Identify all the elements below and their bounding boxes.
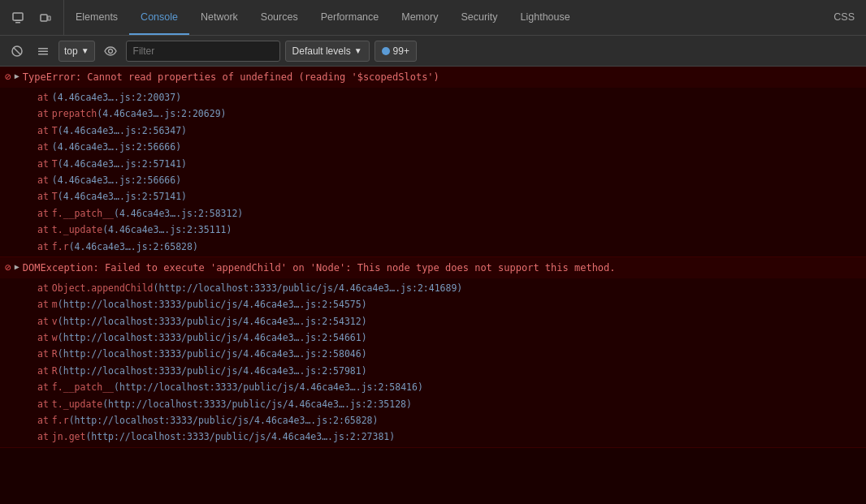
- clear-console-button[interactable]: [6, 41, 28, 62]
- svg-rect-4: [48, 16, 50, 20]
- stack-at: at: [37, 173, 49, 187]
- stack-func: t._update: [52, 397, 102, 411]
- stack-line: at w (http://localhost:3333/public/js/4.…: [0, 330, 866, 346]
- svg-rect-9: [38, 54, 48, 55]
- stack-link[interactable]: (4.46ca4e3….js:2:35111): [102, 222, 232, 237]
- stack-at: at: [37, 297, 49, 312]
- stack-link[interactable]: (4.46ca4e3….js:2:20037): [52, 90, 181, 105]
- svg-rect-3: [41, 15, 47, 21]
- stack-line: at T (4.46ca4e3….js:2:57141): [0, 188, 866, 205]
- svg-rect-0: [13, 13, 23, 20]
- error-message: DOMException: Failed to execute 'appendC…: [23, 261, 616, 275]
- filter-input[interactable]: [126, 41, 280, 62]
- console-toolbar: top ▼ Default levels ▼ 99+: [0, 36, 866, 67]
- svg-point-10: [108, 49, 112, 53]
- stack-link[interactable]: (4.46ca4e3….js:2:56347): [58, 123, 187, 138]
- eye-icon[interactable]: [100, 41, 121, 62]
- stack-link[interactable]: (4.46ca4e3….js:2:58312): [114, 206, 243, 221]
- tab-performance[interactable]: Performance: [310, 0, 391, 35]
- stack-at: at: [37, 90, 49, 105]
- stack-func: T: [52, 157, 58, 171]
- error-header[interactable]: ⊘▶DOMException: Failed to execute 'appen…: [0, 257, 866, 278]
- stack-at: at: [37, 429, 49, 444]
- stack-line: at (4.46ca4e3….js:2:56666): [0, 139, 866, 155]
- stack-at: at: [37, 157, 49, 171]
- tab-css[interactable]: CSS: [822, 0, 866, 35]
- tab-sources[interactable]: Sources: [249, 0, 310, 35]
- tab-lighthouse[interactable]: Lighthouse: [509, 0, 582, 35]
- tab-elements[interactable]: Elements: [64, 0, 129, 35]
- stack-link[interactable]: (http://localhost:3333/public/js/4.46ca4…: [85, 429, 395, 444]
- error-block: ⊘▶DOMException: Failed to execute 'appen…: [0, 257, 866, 448]
- stack-at: at: [37, 140, 49, 154]
- stack-link[interactable]: (http://localhost:3333/public/js/4.46ca4…: [114, 380, 423, 394]
- stack-line: at v (http://localhost:3333/public/js/4.…: [0, 313, 866, 330]
- tab-console[interactable]: Console: [129, 0, 189, 35]
- stack-at: at: [37, 347, 49, 361]
- stack-link[interactable]: (http://localhost:3333/public/js/4.46ca4…: [102, 397, 412, 411]
- stack-line: at t._update (4.46ca4e3….js:2:35111): [0, 222, 866, 238]
- stack-at: at: [37, 239, 49, 254]
- stack-func: w: [52, 330, 58, 345]
- console-output: ⊘▶TypeError: Cannot read properties of u…: [0, 67, 866, 504]
- stack-func: f.r: [52, 239, 69, 254]
- stack-link[interactable]: (http://localhost:3333/public/js/4.46ca4…: [58, 347, 367, 361]
- tab-security[interactable]: Security: [449, 0, 509, 35]
- stack-line: at prepatch (4.46ca4e3….js:2:20629): [0, 106, 866, 122]
- stack-link[interactable]: (4.46ca4e3….js:2:65828): [69, 239, 198, 254]
- error-circle-icon: ⊘: [5, 261, 11, 274]
- stack-line: at m (http://localhost:3333/public/js/4.…: [0, 296, 866, 312]
- stack-link[interactable]: (4.46ca4e3….js:2:56666): [52, 173, 181, 187]
- error-header[interactable]: ⊘▶TypeError: Cannot read properties of u…: [0, 67, 866, 88]
- stack-func: jn.get: [52, 429, 86, 444]
- tab-memory[interactable]: Memory: [390, 0, 449, 35]
- error-circle-icon: ⊘: [5, 71, 11, 83]
- devices-icon[interactable]: [34, 6, 57, 29]
- stack-at: at: [37, 397, 49, 411]
- stack-line: at f.r (4.46ca4e3….js:2:65828): [0, 239, 866, 255]
- stack-line: at f.__patch__ (http://localhost:3333/pu…: [0, 379, 866, 395]
- error-count-badge[interactable]: 99+: [375, 41, 417, 62]
- stack-func: m: [52, 297, 58, 312]
- svg-rect-1: [15, 22, 20, 24]
- stack-at: at: [37, 364, 49, 378]
- tab-network[interactable]: Network: [189, 0, 249, 35]
- chevron-down-icon: ▼: [81, 46, 89, 55]
- svg-rect-2: [15, 20, 21, 21]
- stack-link[interactable]: (http://localhost:3333/public/js/4.46ca4…: [153, 281, 462, 295]
- stack-line: at R (http://localhost:3333/public/js/4.…: [0, 346, 866, 362]
- stack-line: at f.__patch__ (4.46ca4e3….js:2:58312): [0, 205, 866, 222]
- devtools-icon-group: [0, 0, 64, 35]
- context-dropdown[interactable]: top ▼: [58, 41, 95, 62]
- error-message: TypeError: Cannot read properties of und…: [23, 70, 439, 84]
- svg-rect-8: [38, 50, 48, 52]
- stack-func: Object.appendChild: [52, 281, 154, 295]
- stack-func: R: [52, 364, 58, 378]
- stack-at: at: [37, 123, 49, 138]
- stack-link[interactable]: (4.46ca4e3….js:2:20629): [97, 106, 226, 121]
- stack-at: at: [37, 222, 49, 237]
- stack-link[interactable]: (http://localhost:3333/public/js/4.46ca4…: [58, 364, 367, 378]
- stack-link[interactable]: (http://localhost:3333/public/js/4.46ca4…: [58, 297, 367, 312]
- stack-line: at (4.46ca4e3….js:2:20037): [0, 89, 866, 106]
- settings-icon[interactable]: [32, 41, 54, 62]
- stack-link[interactable]: (4.46ca4e3….js:2:57141): [58, 157, 187, 171]
- stack-at: at: [37, 106, 49, 121]
- stack-at: at: [37, 281, 49, 295]
- log-levels-dropdown[interactable]: Default levels ▼: [285, 41, 370, 62]
- stack-link[interactable]: (4.46ca4e3….js:2:57141): [58, 189, 187, 204]
- stack-link[interactable]: (4.46ca4e3….js:2:56666): [52, 140, 181, 154]
- stack-at: at: [37, 413, 49, 428]
- inspect-icon[interactable]: [6, 6, 29, 29]
- stack-at: at: [37, 314, 49, 329]
- stack-func: v: [52, 314, 58, 329]
- stack-line: at T (4.46ca4e3….js:2:57141): [0, 156, 866, 172]
- stack-line: at t._update (http://localhost:3333/publ…: [0, 396, 866, 412]
- stack-link[interactable]: (http://localhost:3333/public/js/4.46ca4…: [69, 413, 379, 428]
- svg-line-6: [14, 48, 20, 54]
- stack-line: at R (http://localhost:3333/public/js/4.…: [0, 363, 866, 379]
- error-block: ⊘▶TypeError: Cannot read properties of u…: [0, 67, 866, 257]
- stack-line: at jn.get (http://localhost:3333/public/…: [0, 429, 866, 445]
- stack-link[interactable]: (http://localhost:3333/public/js/4.46ca4…: [58, 314, 367, 329]
- stack-link[interactable]: (http://localhost:3333/public/js/4.46ca4…: [58, 330, 367, 345]
